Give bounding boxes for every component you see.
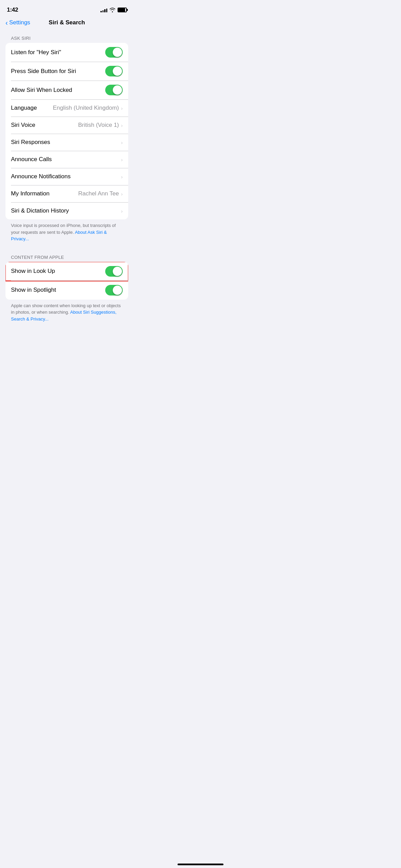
siri-responses-row[interactable]: Siri Responses › <box>5 134 128 151</box>
back-chevron-icon: ‹ <box>5 19 8 26</box>
announce-calls-row[interactable]: Announce Calls › <box>5 151 128 168</box>
content-from-apple-card: Show in Look Up Show in Spotlight <box>5 262 128 300</box>
allow-locked-toggle[interactable] <box>105 85 123 95</box>
show-look-up-toggle[interactable] <box>105 266 123 277</box>
status-time: 1:42 <box>7 7 18 13</box>
language-value: English (United Kingdom) <box>53 105 119 111</box>
allow-locked-label: Allow Siri When Locked <box>11 87 72 94</box>
show-look-up-row[interactable]: Show in Look Up <box>5 262 128 281</box>
announce-notifications-label: Announce Notifications <box>11 173 71 180</box>
dictation-history-row[interactable]: Siri & Dictation History › <box>5 202 128 219</box>
siri-responses-label: Siri Responses <box>11 139 50 146</box>
language-chevron-icon: › <box>121 105 123 111</box>
dictation-history-label: Siri & Dictation History <box>11 207 69 214</box>
content-from-apple-section-label: CONTENT FROM APPLE <box>0 249 134 262</box>
siri-voice-value: British (Voice 1) <box>78 122 119 129</box>
siri-responses-chevron-icon: › <box>121 140 123 145</box>
show-spotlight-label: Show in Spotlight <box>11 287 56 293</box>
content-from-apple-footer: Apple can show content when looking up t… <box>0 300 134 329</box>
ask-siri-footer: Voice input is processed on iPhone, but … <box>0 219 134 249</box>
ask-siri-card: Listen for "Hey Siri" Press Side Button … <box>5 43 128 219</box>
page-title: Siri & Search <box>49 19 85 26</box>
siri-voice-label: Siri Voice <box>11 122 35 129</box>
allow-locked-row[interactable]: Allow Siri When Locked <box>5 81 128 99</box>
siri-voice-row[interactable]: Siri Voice British (Voice 1) › <box>5 117 128 134</box>
show-spotlight-row[interactable]: Show in Spotlight <box>5 281 128 300</box>
wifi-icon <box>109 8 116 12</box>
status-icons <box>100 8 127 12</box>
nav-header: ‹ Settings Siri & Search <box>0 16 134 30</box>
language-row[interactable]: Language English (United Kingdom) › <box>5 99 128 117</box>
my-information-value: Rachel Ann Tee <box>78 190 119 197</box>
press-side-button-row[interactable]: Press Side Button for Siri <box>5 62 128 81</box>
language-label: Language <box>11 105 37 111</box>
announce-notifications-row[interactable]: Announce Notifications › <box>5 168 128 185</box>
my-information-chevron-icon: › <box>121 191 123 197</box>
back-button[interactable]: ‹ Settings <box>5 19 30 26</box>
listen-hey-siri-toggle[interactable] <box>105 47 123 58</box>
show-spotlight-toggle[interactable] <box>105 285 123 296</box>
signal-icon <box>100 8 107 12</box>
announce-calls-chevron-icon: › <box>121 157 123 162</box>
ask-siri-section-label: ASK SIRI <box>0 30 134 43</box>
status-bar: 1:42 <box>0 0 134 16</box>
my-information-label: My Information <box>11 190 49 197</box>
show-look-up-label: Show in Look Up <box>11 268 55 275</box>
my-information-row[interactable]: My Information Rachel Ann Tee › <box>5 185 128 202</box>
press-side-button-label: Press Side Button for Siri <box>11 68 76 75</box>
siri-voice-chevron-icon: › <box>121 122 123 128</box>
listen-hey-siri-row[interactable]: Listen for "Hey Siri" <box>5 43 128 62</box>
back-label: Settings <box>9 19 30 26</box>
battery-icon <box>118 8 127 12</box>
dictation-history-chevron-icon: › <box>121 208 123 214</box>
press-side-button-toggle[interactable] <box>105 66 123 76</box>
announce-notifications-chevron-icon: › <box>121 174 123 180</box>
listen-hey-siri-label: Listen for "Hey Siri" <box>11 49 61 56</box>
announce-calls-label: Announce Calls <box>11 156 52 163</box>
